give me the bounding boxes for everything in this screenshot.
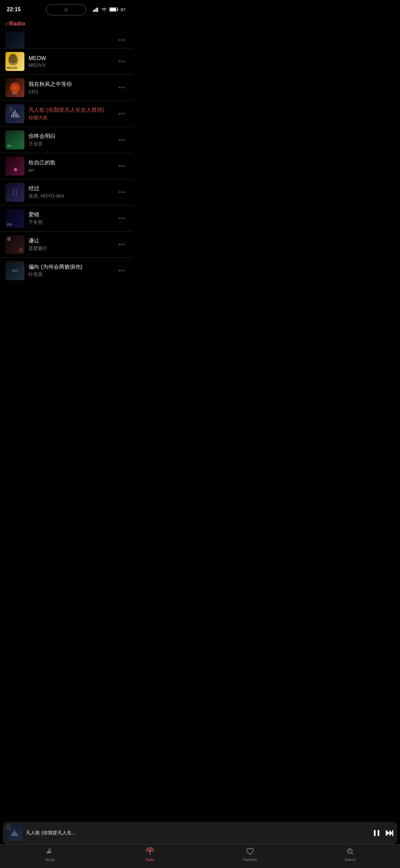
song-title-pianxiang: 偏向 (为何会两败俱伤): [28, 264, 113, 271]
song-item-geige[interactable]: 给自己的歌 给自己的歌 en •••: [0, 153, 132, 179]
more-button-geige[interactable]: •••: [117, 161, 127, 171]
song-info-jinguo: 经过 张杰, HOYO-MiX: [28, 185, 113, 199]
song-artwork-jinguo: ⟨⟩: [5, 183, 24, 202]
signal-icon: [93, 7, 99, 12]
song-item-aicuo[interactable]: 爱错 爱错 于冬然 •••: [0, 205, 132, 232]
song-artwork-qiufeng: 秋风: [5, 78, 24, 97]
song-title-jinguo: 经过: [28, 185, 113, 192]
song-title-meow: MEOW: [28, 55, 113, 61]
more-button-qianrang[interactable]: •••: [117, 239, 127, 250]
status-right: 87: [93, 7, 126, 12]
more-button-qiufeng[interactable]: •••: [117, 83, 127, 93]
song-info-mingbai: 你终会明白 王佳音: [28, 133, 113, 147]
song-item-qiufeng[interactable]: 秋风 我在秋风之中等你 CR3. •••: [0, 75, 132, 101]
song-info-qiufeng: 我在秋风之中等你 CR3.: [28, 81, 113, 94]
svg-rect-1: [94, 9, 95, 12]
song-artwork-fanren: [5, 104, 24, 123]
song-title-qiufeng: 我在秋风之中等你: [28, 81, 113, 88]
nav-header: ‹ Radio: [0, 17, 132, 32]
nav-title: Radio: [9, 20, 25, 27]
song-info-qianrang: 谦让 是爱酱吖: [28, 237, 113, 252]
svg-rect-2: [96, 8, 97, 12]
song-artist-mingbai: 王佳音: [28, 141, 113, 147]
song-title-fanren: 凡人歌 (你我皆凡人生在人世间): [28, 107, 113, 114]
more-button-meow[interactable]: •••: [117, 56, 127, 67]
song-artwork-partial: [5, 32, 24, 49]
svg-rect-6: [117, 9, 118, 11]
more-button-partial[interactable]: •••: [117, 35, 127, 45]
song-item-jinguo[interactable]: ⟨⟩ 经过 张杰, HOYO-MiX •••: [0, 179, 132, 205]
song-artist-geige: en: [28, 167, 113, 173]
song-info-aicuo: 爱错 于冬然: [28, 211, 113, 225]
song-artist-jinguo: 张杰, HOYO-MiX: [28, 193, 113, 199]
more-button-fanren[interactable]: •••: [117, 109, 127, 119]
song-artwork-geige: 给自己的歌: [5, 157, 24, 176]
dynamic-island-camera: [64, 8, 68, 12]
more-button-aicuo[interactable]: •••: [117, 213, 127, 223]
song-title-qianrang: 谦让: [28, 237, 113, 245]
song-artist-aicuo: 于冬然: [28, 219, 113, 225]
song-artist-qiufeng: CR3.: [28, 89, 113, 94]
dynamic-island: [46, 4, 87, 16]
song-item-meow[interactable]: MEOW MEOW MEOVV •••: [0, 49, 132, 75]
battery-percent: 87: [121, 7, 126, 12]
song-title-aicuo: 爱错: [28, 211, 113, 218]
song-artist-meow: MEOVV: [28, 62, 113, 68]
song-info-geige: 给自己的歌 en: [28, 159, 113, 173]
song-artist-fanren: 轻烟大叔: [28, 115, 113, 121]
song-info-fanren: 凡人歌 (你我皆凡人生在人世间) 轻烟大叔: [28, 107, 113, 121]
song-item-partial[interactable]: •••: [0, 32, 132, 49]
song-item-fanren[interactable]: 凡人歌 (你我皆凡人生在人世间) 轻烟大叔 •••: [0, 101, 132, 127]
back-chevron: ‹: [5, 20, 8, 28]
song-title-mingbai: 你终会明白: [28, 133, 113, 140]
song-artwork-mingbai: 明白: [5, 130, 24, 149]
song-artwork-meow: MEOW: [5, 52, 24, 71]
wifi-icon: [101, 7, 107, 12]
song-item-mingbai[interactable]: 明白 你终会明白 王佳音 •••: [0, 127, 132, 153]
svg-rect-5: [110, 8, 116, 11]
song-title-geige: 给自己的歌: [28, 159, 113, 166]
status-bar: 22:15 87: [0, 0, 132, 17]
more-button-mingbai[interactable]: •••: [117, 135, 127, 145]
artwork-overlay-meow: MEOW: [5, 52, 24, 71]
song-item-qianrang[interactable]: 谦 让 谦让 是爱酱吖 •••: [0, 232, 132, 258]
song-artwork-aicuo: 爱错: [5, 209, 24, 228]
battery-icon: [109, 7, 119, 12]
song-artist-qianrang: 是爱酱吖: [28, 246, 113, 252]
more-button-jinguo[interactable]: •••: [117, 187, 127, 197]
svg-rect-0: [93, 10, 94, 12]
song-item-pianxiang[interactable]: 偏向 偏向 (为何会两败俱伤) 叶雨晨 •••: [0, 258, 132, 284]
status-time: 22:15: [7, 6, 21, 13]
song-artwork-qianrang: 谦 让: [5, 235, 24, 254]
svg-rect-3: [97, 7, 98, 12]
song-info-meow: MEOW MEOVV: [28, 55, 113, 68]
song-list: ••• MEOW MEOW MEOVV ••• 秋风 我在秋风之中等你 CR3.: [0, 32, 132, 331]
back-button[interactable]: ‹ Radio: [5, 20, 25, 28]
song-artist-pianxiang: 叶雨晨: [28, 272, 113, 278]
song-info-pianxiang: 偏向 (为何会两败俱伤) 叶雨晨: [28, 264, 113, 278]
song-artwork-pianxiang: 偏向: [5, 261, 24, 280]
more-button-pianxiang[interactable]: •••: [117, 266, 127, 276]
